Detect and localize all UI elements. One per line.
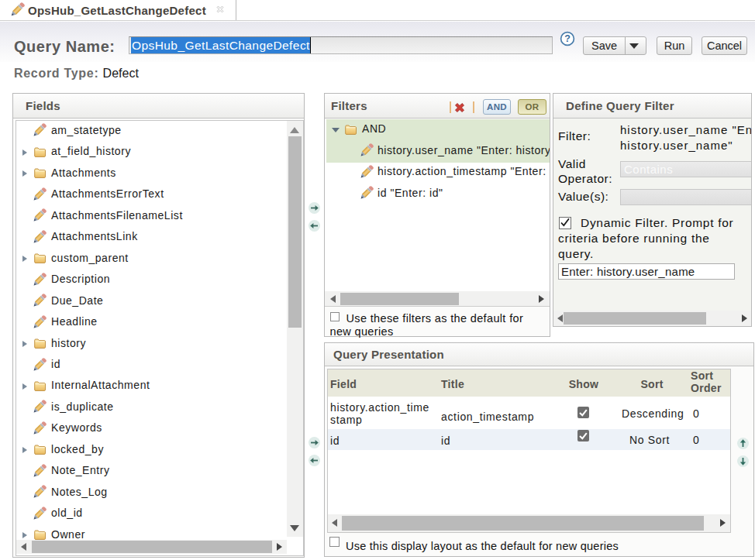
svg-text:?: ? [564, 33, 571, 44]
